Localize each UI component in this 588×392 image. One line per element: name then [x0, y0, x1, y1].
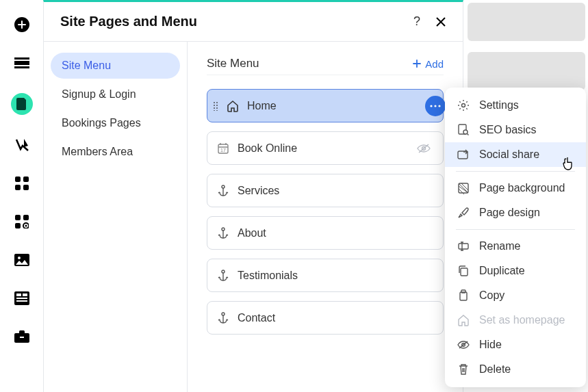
- menu-divider: [456, 171, 575, 172]
- menu-label: Social share: [479, 148, 539, 161]
- svg-point-35: [463, 130, 468, 134]
- home-icon: [227, 100, 239, 112]
- apps-icon[interactable]: [14, 175, 30, 192]
- svg-rect-10: [15, 223, 21, 228]
- page-item-book-online[interactable]: 17 Book Online: [207, 131, 444, 165]
- svg-point-33: [462, 104, 465, 107]
- menu-set-homepage: Set as homepage: [445, 308, 586, 332]
- calendar-icon: 17: [217, 142, 229, 155]
- content-icon[interactable]: [14, 290, 30, 306]
- menu-hide[interactable]: Hide: [445, 332, 586, 357]
- design-icon[interactable]: [14, 137, 30, 153]
- svg-rect-38: [459, 244, 468, 249]
- section-icon[interactable]: [14, 55, 30, 71]
- business-icon[interactable]: [14, 328, 30, 345]
- menu-duplicate[interactable]: Duplicate: [445, 259, 586, 283]
- add-label: Add: [425, 58, 444, 70]
- menu-divider: [456, 229, 575, 230]
- page-label: Contact: [238, 312, 275, 324]
- svg-rect-2: [14, 61, 29, 65]
- page-label: Services: [238, 185, 279, 197]
- menu-label: SEO basics: [479, 124, 537, 136]
- menu-page-design[interactable]: Page design: [445, 200, 586, 225]
- menu-label: Copy: [479, 289, 504, 302]
- menu-label: Hide: [479, 339, 502, 351]
- panel-sidebar: Site Menu Signup & Login Bookings Pages …: [44, 42, 188, 392]
- svg-rect-16: [16, 293, 21, 296]
- hidden-icon: [417, 143, 431, 154]
- svg-rect-41: [461, 290, 465, 293]
- menu-label: Settings: [479, 99, 519, 112]
- help-icon[interactable]: ?: [413, 14, 420, 29]
- search-doc-icon: [457, 124, 470, 136]
- share-icon: [457, 148, 470, 161]
- copy-icon: [457, 289, 470, 302]
- svg-point-30: [222, 228, 225, 231]
- background-icon: [457, 182, 470, 194]
- svg-point-12: [25, 225, 27, 227]
- add-icon[interactable]: [14, 16, 30, 33]
- sidebar-item-signup-login[interactable]: Signup & Login: [51, 81, 180, 107]
- sidebar-item-bookings[interactable]: Bookings Pages: [51, 110, 180, 136]
- page-label: Testimonials: [238, 270, 298, 282]
- global-sidebar: [0, 0, 43, 392]
- svg-point-23: [430, 105, 432, 107]
- menu-delete[interactable]: Delete: [445, 357, 586, 382]
- gear-icon: [457, 99, 470, 112]
- anchor-icon: [217, 312, 229, 324]
- menu-social-share[interactable]: Social share: [445, 142, 586, 167]
- menu-seo[interactable]: SEO basics: [445, 118, 586, 142]
- page-item-testimonials[interactable]: Testimonials: [207, 259, 444, 292]
- anchor-icon: [217, 185, 229, 197]
- page-item-about[interactable]: About: [207, 216, 444, 250]
- svg-rect-18: [16, 298, 27, 299]
- anchor-icon: [217, 270, 229, 282]
- home-icon: [457, 314, 470, 326]
- svg-rect-19: [16, 300, 27, 302]
- page-item-contact[interactable]: Contact: [207, 301, 444, 335]
- page-label: Book Online: [238, 142, 297, 155]
- svg-rect-8: [15, 215, 21, 220]
- svg-point-31: [222, 270, 225, 273]
- sidebar-item-members[interactable]: Members Area: [51, 139, 180, 165]
- svg-point-14: [18, 257, 21, 259]
- trash-icon: [457, 363, 470, 376]
- menu-copy[interactable]: Copy: [445, 283, 586, 308]
- svg-rect-1: [14, 57, 29, 60]
- svg-text:17: 17: [220, 148, 226, 153]
- page-more-button[interactable]: [425, 96, 446, 116]
- pages-panel: Site Pages and Menu ? Site Menu Signup &…: [43, 0, 463, 392]
- menu-rename[interactable]: Rename: [445, 234, 586, 259]
- anchor-icon: [217, 227, 229, 239]
- close-icon[interactable]: [435, 16, 446, 27]
- page-item-home[interactable]: Home: [207, 89, 444, 122]
- page-context-menu: Settings SEO basics Social share Page ba…: [445, 88, 586, 387]
- pages-icon[interactable]: [11, 93, 33, 115]
- svg-point-32: [222, 313, 225, 315]
- page-list-section: Site Menu Add Home: [188, 42, 463, 392]
- svg-rect-22: [20, 337, 24, 338]
- svg-rect-17: [23, 293, 27, 296]
- svg-rect-9: [23, 215, 29, 220]
- apps-settings-icon[interactable]: [14, 213, 30, 230]
- duplicate-icon: [457, 265, 470, 277]
- menu-page-background[interactable]: Page background: [445, 176, 586, 200]
- menu-label: Rename: [479, 240, 520, 252]
- svg-rect-6: [15, 185, 21, 190]
- menu-label: Page design: [479, 207, 540, 219]
- page-item-services[interactable]: Services: [207, 174, 444, 207]
- menu-label: Page background: [479, 182, 565, 194]
- hide-icon: [457, 339, 470, 351]
- media-icon[interactable]: [14, 252, 30, 268]
- svg-point-29: [222, 185, 225, 188]
- menu-label: Delete: [479, 363, 511, 376]
- menu-label: Set as homepage: [479, 314, 565, 326]
- svg-rect-21: [19, 330, 25, 334]
- page-label: Home: [247, 100, 277, 112]
- sidebar-item-site-menu[interactable]: Site Menu: [51, 53, 180, 79]
- add-page-button[interactable]: Add: [413, 58, 444, 70]
- rename-icon: [457, 240, 470, 252]
- menu-label: Duplicate: [479, 265, 525, 277]
- svg-rect-39: [461, 268, 468, 276]
- menu-settings[interactable]: Settings: [445, 93, 586, 118]
